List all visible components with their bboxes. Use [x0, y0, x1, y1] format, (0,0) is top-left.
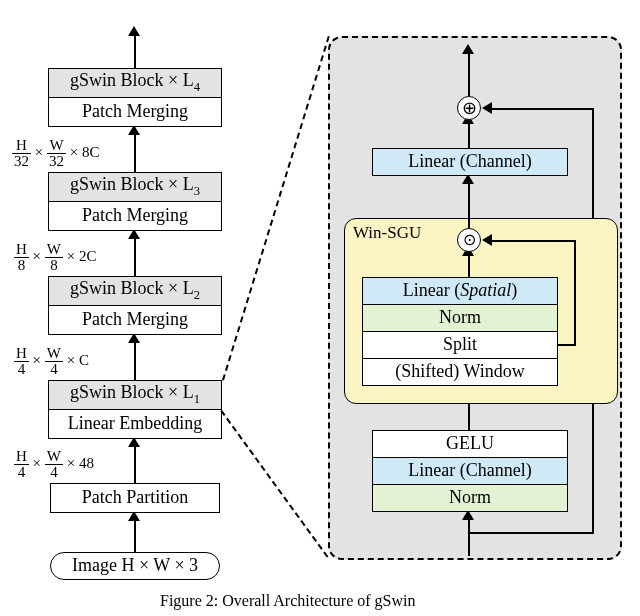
gelu-box: GELU [372, 430, 568, 458]
gswin-block-L4-box: gSwin Block × L4 [48, 68, 222, 98]
arrow [134, 445, 136, 483]
norm-bottom-box: Norm [372, 484, 568, 512]
linear-embedding-box: Linear Embedding [48, 409, 222, 439]
dim-label-2C: H8 × W8 × 2C [14, 242, 96, 273]
arrow [134, 34, 136, 68]
linear-channel-bottom-box: Linear (Channel) [372, 457, 568, 485]
arrow [134, 341, 136, 380]
linear-spatial-box: Linear (Spatial) [362, 277, 558, 305]
arrow-head [128, 26, 140, 36]
arrow [134, 237, 136, 276]
zoom-line-top [222, 36, 330, 381]
arrow [468, 400, 470, 430]
zoom-line-bottom [220, 410, 328, 558]
arrow-head [482, 234, 492, 246]
arrow [134, 133, 136, 172]
linear-channel-top-box: Linear (Channel) [372, 148, 568, 176]
dim-label-C: H4 × W4 × C [14, 346, 89, 377]
patch-partition-box: Patch Partition [50, 483, 220, 513]
elementwise-add-icon: ⊕ [457, 96, 481, 120]
arrow [134, 519, 136, 552]
patch-merging-box-4: Patch Merging [48, 97, 222, 127]
elementwise-product-icon: ⊙ [457, 228, 481, 252]
arrow [468, 122, 470, 148]
norm-winsgu-box: Norm [362, 304, 558, 332]
split-box: Split [362, 331, 558, 359]
arrow [468, 52, 470, 96]
shifted-window-box: (Shifted) Window [362, 358, 558, 386]
arrow [468, 182, 470, 228]
arrow [468, 518, 470, 556]
dim-label-48: H4 × W4 × 48 [14, 449, 94, 480]
residual-line-h2 [490, 108, 594, 110]
split-branch-v [574, 240, 576, 346]
dim-label-8C: H32 × W32 × 8C [12, 138, 99, 169]
patch-merging-box-2: Patch Merging [48, 305, 222, 335]
figure-caption: Figure 2: Overall Architecture of gSwin [160, 592, 416, 610]
architecture-diagram: Image H × W × 3 Patch Partition H4 × W4 … [0, 0, 640, 616]
split-branch-h2 [490, 240, 576, 242]
arrow-head [482, 102, 492, 114]
arrow-head [462, 44, 474, 54]
gswin-block-L1-box: gSwin Block × L1 [48, 380, 222, 410]
image-input-box: Image H × W × 3 [50, 552, 220, 580]
residual-line-h1 [470, 532, 594, 534]
win-sgu-label: Win-SGU [353, 223, 421, 242]
patch-merging-box-3: Patch Merging [48, 201, 222, 231]
gswin-block-L2-box: gSwin Block × L2 [48, 276, 222, 306]
gswin-block-L3-box: gSwin Block × L3 [48, 172, 222, 202]
